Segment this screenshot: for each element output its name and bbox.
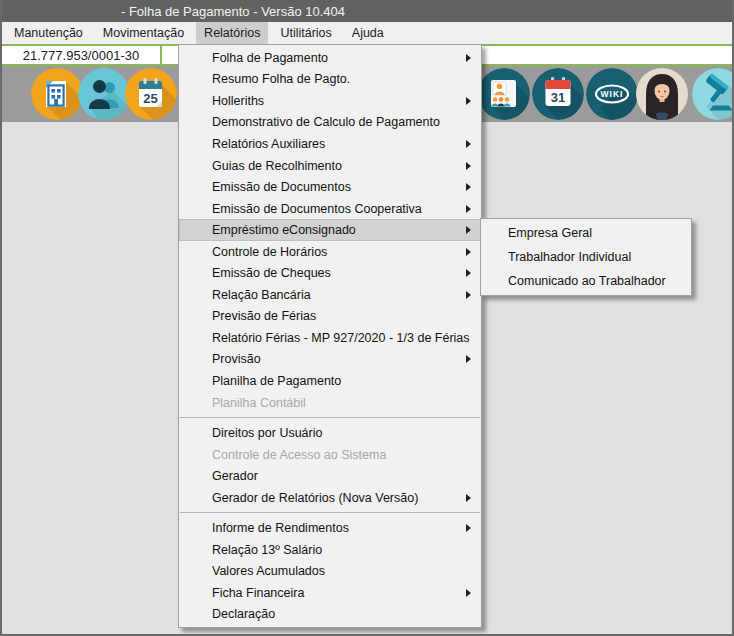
submenu-arrow-icon: [466, 248, 471, 256]
submenu-arrow-icon: [466, 54, 471, 62]
menu-item-label: Valores Acumulados: [212, 564, 325, 578]
menu-item-label: Relatórios Auxiliares: [212, 137, 325, 151]
calendar-25-icon: 25: [125, 68, 177, 120]
menu-item-label: Emissão de Documentos Cooperativa: [212, 202, 422, 216]
menu-item-label: Guias de Recolhimento: [212, 159, 342, 173]
submenu-arrow-icon: [466, 140, 471, 148]
menu-item-label: Previsão de Férias: [212, 309, 316, 323]
menu-item-guias-de-recolhimento[interactable]: Guias de Recolhimento: [179, 155, 481, 177]
menu-item-label: Empréstimo eConsignado: [212, 223, 356, 237]
menu-separator: [180, 512, 480, 513]
calendar-25-number: 25: [143, 91, 157, 106]
econsignado-submenu: Empresa GeralTrabalhador IndividualComun…: [480, 218, 692, 296]
submenu-item-label: Empresa Geral: [508, 226, 592, 240]
submenu-item-empresa-geral[interactable]: Empresa Geral: [481, 221, 691, 245]
toolbar-assistant-button[interactable]: [636, 68, 688, 120]
menu-item-label: Resumo Folha de Pagto.: [212, 72, 350, 86]
menu-item-declaracao[interactable]: Declaração: [179, 604, 481, 626]
menu-item-label: Declaração: [212, 607, 275, 621]
toolbar-company-button[interactable]: [31, 68, 83, 120]
submenu-arrow-icon: [466, 524, 471, 532]
menu-item-label: Planilha de Pagamento: [212, 374, 341, 388]
submenu-item-label: Trabalhador Individual: [508, 250, 631, 264]
menu-item-emissao-de-documentos-cooperativa[interactable]: Emissão de Documentos Cooperativa: [179, 198, 481, 220]
menu-item-relacao-13-salario[interactable]: Relação 13º Salário: [179, 539, 481, 561]
toolbar-employee-card-button[interactable]: [478, 68, 530, 120]
menubar-item-relatorios[interactable]: Relatórios: [196, 22, 268, 44]
menu-item-label: Gerador de Relatórios (Nova Versão): [212, 491, 418, 505]
submenu-arrow-icon: [466, 162, 471, 170]
toolbar-wiki-button[interactable]: WIKI: [586, 68, 638, 120]
menu-item-label: Informe de Rendimentos: [212, 521, 349, 535]
company-icon: [31, 68, 83, 120]
menu-item-label: Demonstrativo de Calculo de Pagamento: [212, 115, 440, 129]
menu-item-emissao-de-documentos[interactable]: Emissão de Documentos: [179, 176, 481, 198]
menubar-item-movimentacao[interactable]: Movimentação: [95, 22, 192, 44]
wiki-label: WIKI: [601, 89, 624, 99]
submenu-item-trabalhador-individual[interactable]: Trabalhador Individual: [481, 245, 691, 269]
menu-item-holleriths[interactable]: Holleriths: [179, 90, 481, 112]
menu-item-previsao-de-ferias[interactable]: Previsão de Férias: [179, 306, 481, 328]
menu-item-label: Planilha Contábil: [212, 396, 306, 410]
menu-item-planilha-de-pagamento[interactable]: Planilha de Pagamento: [179, 370, 481, 392]
menubar-item-utilitarios[interactable]: Utilitários: [272, 22, 339, 44]
employees-icon: [78, 68, 130, 120]
submenu-arrow-icon: [466, 291, 471, 299]
menu-item-label: Provisão: [212, 352, 261, 366]
menu-item-label: Relatório Férias - MP 927/2020 - 1/3 de …: [212, 331, 470, 345]
menu-item-provisao[interactable]: Provisão: [179, 349, 481, 371]
menu-item-emissao-de-cheques[interactable]: Emissão de Cheques: [179, 262, 481, 284]
menu-item-direitos-por-usuario[interactable]: Direitos por Usuário: [179, 422, 481, 444]
employee-card-icon: [478, 68, 530, 120]
menu-item-label: Ficha Financeira: [212, 586, 304, 600]
menu-item-gerador[interactable]: Gerador: [179, 465, 481, 487]
menu-item-label: Direitos por Usuário: [212, 426, 322, 440]
submenu-item-label: Comunicado ao Trabalhador: [508, 274, 666, 288]
app-window: - Folha de Pagamento - Versão 10.404 Man…: [0, 0, 734, 636]
menu-item-valores-acumulados[interactable]: Valores Acumulados: [179, 561, 481, 583]
menu-bar: ManutençãoMovimentaçãoRelatóriosUtilitár…: [2, 22, 732, 44]
menu-item-relacao-bancaria[interactable]: Relação Bancária: [179, 284, 481, 306]
menu-item-informe-de-rendimentos[interactable]: Informe de Rendimentos: [179, 517, 481, 539]
menu-item-label: Folha de Pagamento: [212, 51, 328, 65]
menu-item-relatorio-ferias-mp-927-2020-1-3-de-ferias[interactable]: Relatório Férias - MP 927/2020 - 1/3 de …: [179, 327, 481, 349]
title-bar: - Folha de Pagamento - Versão 10.404: [2, 0, 732, 22]
menu-item-controle-de-horarios[interactable]: Controle de Horários: [179, 241, 481, 263]
assistant-avatar: [636, 68, 688, 120]
gavel-icon: [692, 68, 734, 120]
submenu-item-comunicado-ao-trabalhador[interactable]: Comunicado ao Trabalhador: [481, 269, 691, 293]
calendar-31-icon: 31: [532, 68, 584, 120]
submenu-arrow-icon: [466, 355, 471, 363]
menu-item-ficha-financeira[interactable]: Ficha Financeira: [179, 582, 481, 604]
menubar-item-manutencao[interactable]: Manutenção: [6, 22, 91, 44]
relatorios-menu: Folha de PagamentoResumo Folha de Pagto.…: [178, 44, 482, 628]
menu-item-label: Emissão de Documentos: [212, 180, 351, 194]
menu-item-label: Emissão de Cheques: [212, 266, 331, 280]
menu-item-emprestimo-econsignado[interactable]: Empréstimo eConsignado: [179, 219, 481, 241]
submenu-arrow-icon: [466, 183, 471, 191]
menu-item-relatorios-auxiliares[interactable]: Relatórios Auxiliares: [179, 133, 481, 155]
submenu-arrow-icon: [466, 269, 471, 277]
menu-item-label: Controle de Acesso ao Sistema: [212, 448, 386, 462]
toolbar-calendar-31-button[interactable]: 31: [532, 68, 584, 120]
submenu-arrow-icon: [466, 97, 471, 105]
menu-item-controle-de-acesso-ao-sistema: Controle de Acesso ao Sistema: [179, 444, 481, 466]
toolbar-employees-button[interactable]: [78, 68, 130, 120]
window-title: - Folha de Pagamento - Versão 10.404: [2, 4, 464, 19]
calendar-31-number: 31: [551, 90, 565, 105]
menu-item-label: Controle de Horários: [212, 245, 327, 259]
menu-item-gerador-de-relatorios-nova-versao[interactable]: Gerador de Relatórios (Nova Versão): [179, 487, 481, 509]
menu-item-label: Holleriths: [212, 94, 264, 108]
toolbar-gavel-button[interactable]: [692, 68, 734, 120]
submenu-arrow-icon: [466, 205, 471, 213]
company-id-field[interactable]: 21.777.953/0001-30: [2, 46, 162, 64]
menu-item-label: Relação Bancária: [212, 288, 311, 302]
menu-item-planilha-contabil: Planilha Contábil: [179, 392, 481, 414]
menu-item-label: Gerador: [212, 469, 258, 483]
toolbar-calendar-25-button[interactable]: 25: [125, 68, 177, 120]
menubar-item-ajuda[interactable]: Ajuda: [344, 22, 392, 44]
menu-item-demonstrativo-de-calculo-de-pagamento[interactable]: Demonstrativo de Calculo de Pagamento: [179, 112, 481, 134]
submenu-arrow-icon: [466, 589, 471, 597]
menu-item-resumo-folha-de-pagto[interactable]: Resumo Folha de Pagto.: [179, 69, 481, 91]
menu-item-folha-de-pagamento[interactable]: Folha de Pagamento: [179, 47, 481, 69]
